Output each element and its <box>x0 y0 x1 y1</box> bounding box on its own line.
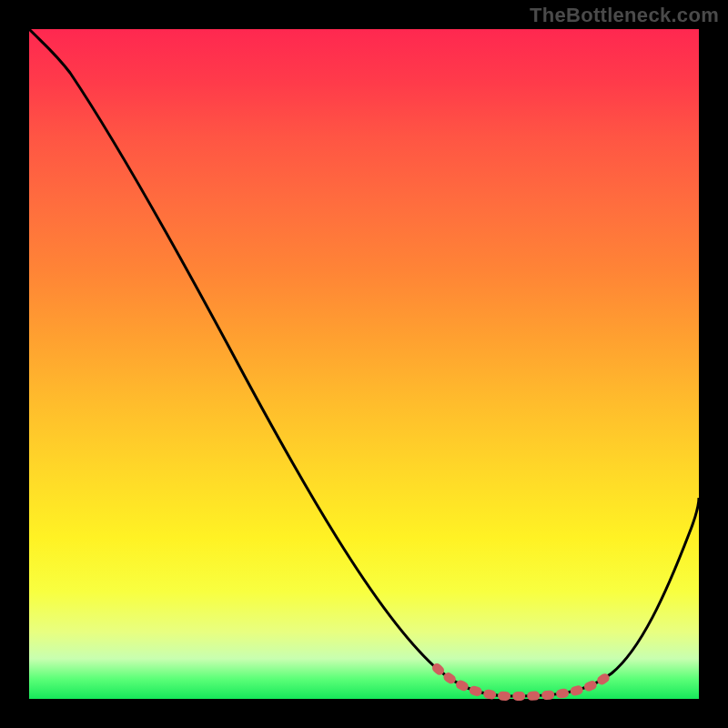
curve-svg <box>29 29 699 699</box>
chart-frame: TheBottleneck.com <box>0 0 728 728</box>
plot-area <box>29 29 699 699</box>
sweet-spot-band <box>437 668 609 696</box>
watermark-text: TheBottleneck.com <box>530 4 719 27</box>
bottleneck-curve <box>29 29 699 696</box>
